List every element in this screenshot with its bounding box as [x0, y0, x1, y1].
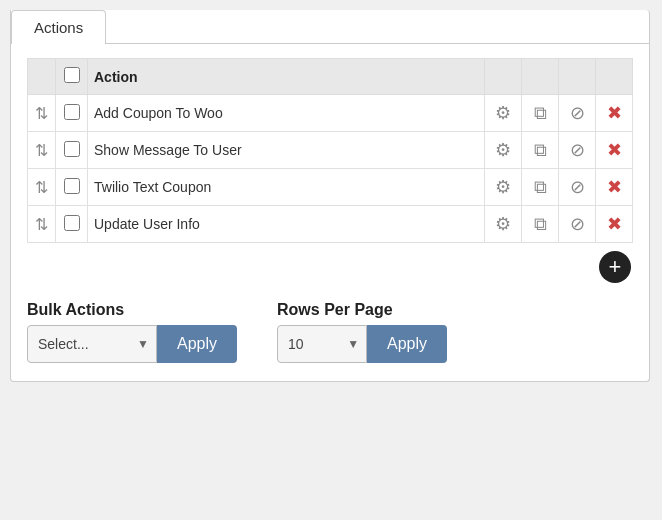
- th-action: Action: [88, 59, 485, 95]
- copy-button[interactable]: ⧉: [528, 101, 552, 125]
- drag-handle-icon[interactable]: ⇅: [35, 105, 48, 122]
- bulk-select-wrapper: Select...Delete ▼: [27, 325, 157, 363]
- rows-controls: 102550100 ▼ Apply: [277, 325, 447, 363]
- disable-button[interactable]: ⊘: [565, 138, 589, 162]
- panel-content: Action ⇅ Add Coupon To Woo ⚙: [11, 43, 649, 381]
- add-action-button[interactable]: +: [599, 251, 631, 283]
- action-name-cell: Update User Info: [88, 206, 485, 243]
- drag-handle-icon[interactable]: ⇅: [35, 216, 48, 233]
- bulk-controls: Select...Delete ▼ Apply: [27, 325, 237, 363]
- checkbox-cell: [56, 132, 88, 169]
- bulk-actions-label: Bulk Actions: [27, 301, 237, 319]
- bulk-apply-label: Apply: [177, 335, 217, 352]
- checkbox-cell: [56, 169, 88, 206]
- checkbox-cell: [56, 206, 88, 243]
- disable-cell: ⊘: [559, 169, 596, 206]
- copy-button[interactable]: ⧉: [528, 212, 552, 236]
- row-checkbox[interactable]: [64, 141, 80, 157]
- delete-button[interactable]: ✖: [602, 212, 626, 236]
- disable-cell: ⊘: [559, 95, 596, 132]
- copy-cell: ⧉: [522, 132, 559, 169]
- table-body: ⇅ Add Coupon To Woo ⚙ ⧉ ⊘ ✖ ⇅: [28, 95, 633, 243]
- tab-bar: Actions: [11, 10, 649, 43]
- delete-cell: ✖: [596, 169, 633, 206]
- tab-actions[interactable]: Actions: [11, 10, 106, 44]
- actions-table: Action ⇅ Add Coupon To Woo ⚙: [27, 58, 633, 243]
- settings-button[interactable]: ⚙: [491, 101, 515, 125]
- drag-handle-icon[interactable]: ⇅: [35, 179, 48, 196]
- delete-button[interactable]: ✖: [602, 101, 626, 125]
- table-header-row: Action: [28, 59, 633, 95]
- select-all-checkbox[interactable]: [64, 67, 80, 83]
- rows-per-page-select[interactable]: 102550100: [277, 325, 367, 363]
- delete-cell: ✖: [596, 132, 633, 169]
- rows-per-page-label: Rows Per Page: [277, 301, 447, 319]
- settings-cell: ⚙: [485, 132, 522, 169]
- copy-button[interactable]: ⧉: [528, 175, 552, 199]
- row-checkbox[interactable]: [64, 178, 80, 194]
- disable-button[interactable]: ⊘: [565, 175, 589, 199]
- action-name-cell: Show Message To User: [88, 132, 485, 169]
- footer: Bulk Actions Select...Delete ▼ Apply Row…: [27, 301, 633, 363]
- th-icon4: [596, 59, 633, 95]
- rows-select-wrapper: 102550100 ▼: [277, 325, 367, 363]
- th-icon2: [522, 59, 559, 95]
- drag-cell[interactable]: ⇅: [28, 206, 56, 243]
- drag-cell[interactable]: ⇅: [28, 169, 56, 206]
- table-row: ⇅ Twilio Text Coupon ⚙ ⧉ ⊘ ✖: [28, 169, 633, 206]
- table-row: ⇅ Update User Info ⚙ ⧉ ⊘ ✖: [28, 206, 633, 243]
- th-icon3: [559, 59, 596, 95]
- th-icon1: [485, 59, 522, 95]
- disable-button[interactable]: ⊘: [565, 101, 589, 125]
- settings-button[interactable]: ⚙: [491, 138, 515, 162]
- action-name-cell: Add Coupon To Woo: [88, 95, 485, 132]
- add-row: +: [27, 251, 633, 283]
- bulk-actions-group: Bulk Actions Select...Delete ▼ Apply: [27, 301, 237, 363]
- th-drag: [28, 59, 56, 95]
- rows-per-page-group: Rows Per Page 102550100 ▼ Apply: [277, 301, 447, 363]
- delete-button[interactable]: ✖: [602, 138, 626, 162]
- rows-apply-label: Apply: [387, 335, 427, 352]
- disable-cell: ⊘: [559, 132, 596, 169]
- bulk-actions-select[interactable]: Select...Delete: [27, 325, 157, 363]
- action-name: Show Message To User: [94, 142, 242, 158]
- delete-button[interactable]: ✖: [602, 175, 626, 199]
- settings-cell: ⚙: [485, 95, 522, 132]
- copy-cell: ⧉: [522, 206, 559, 243]
- table-row: ⇅ Show Message To User ⚙ ⧉ ⊘ ✖: [28, 132, 633, 169]
- actions-panel: Actions Action: [10, 10, 650, 382]
- bulk-apply-button[interactable]: Apply: [157, 325, 237, 363]
- table-row: ⇅ Add Coupon To Woo ⚙ ⧉ ⊘ ✖: [28, 95, 633, 132]
- copy-cell: ⧉: [522, 95, 559, 132]
- tab-label: Actions: [34, 19, 83, 36]
- disable-button[interactable]: ⊘: [565, 212, 589, 236]
- checkbox-cell: [56, 95, 88, 132]
- settings-cell: ⚙: [485, 206, 522, 243]
- disable-cell: ⊘: [559, 206, 596, 243]
- drag-handle-icon[interactable]: ⇅: [35, 142, 48, 159]
- action-name: Add Coupon To Woo: [94, 105, 223, 121]
- plus-icon: +: [609, 256, 622, 278]
- copy-cell: ⧉: [522, 169, 559, 206]
- row-checkbox[interactable]: [64, 215, 80, 231]
- row-checkbox[interactable]: [64, 104, 80, 120]
- settings-cell: ⚙: [485, 169, 522, 206]
- th-checkbox: [56, 59, 88, 95]
- settings-button[interactable]: ⚙: [491, 212, 515, 236]
- action-name: Update User Info: [94, 216, 200, 232]
- drag-cell[interactable]: ⇅: [28, 95, 56, 132]
- delete-cell: ✖: [596, 206, 633, 243]
- drag-cell[interactable]: ⇅: [28, 132, 56, 169]
- action-name-cell: Twilio Text Coupon: [88, 169, 485, 206]
- delete-cell: ✖: [596, 95, 633, 132]
- action-name: Twilio Text Coupon: [94, 179, 211, 195]
- settings-button[interactable]: ⚙: [491, 175, 515, 199]
- copy-button[interactable]: ⧉: [528, 138, 552, 162]
- rows-apply-button[interactable]: Apply: [367, 325, 447, 363]
